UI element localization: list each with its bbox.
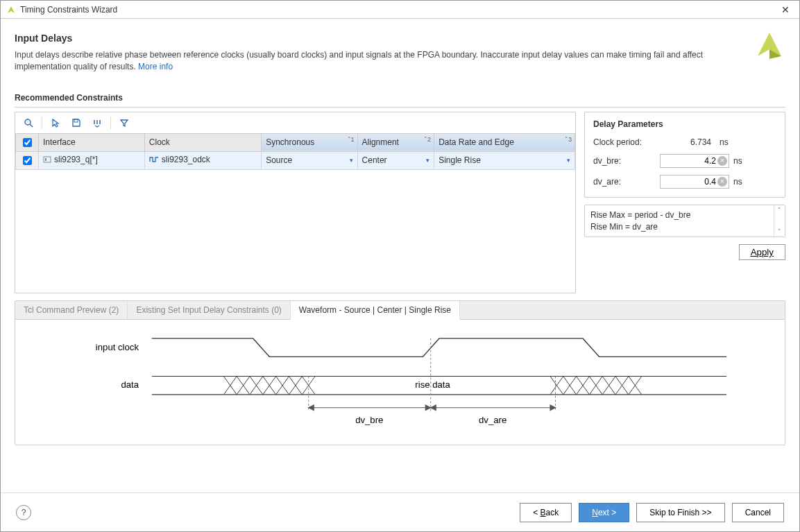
search-icon[interactable] — [19, 114, 37, 131]
unit-label: ns — [733, 177, 749, 187]
dv-are-dimension — [431, 405, 556, 411]
skip-to-finish-button[interactable]: Skip to Finish >> — [636, 503, 724, 522]
tab-tcl-preview[interactable]: Tcl Command Preview (2) — [15, 301, 128, 319]
col-synchronous[interactable]: Synchronous˄1 — [262, 133, 357, 151]
page-description-text: Input delays describe relative phase bet… — [15, 50, 703, 71]
dv-bre-text: dv_bre — [355, 415, 383, 425]
dialog-window: Timing Constraints Wizard ✕ Input Delays… — [0, 0, 800, 532]
tabstrip: Tcl Command Preview (2) Existing Set Inp… — [15, 301, 785, 320]
col-checkbox[interactable] — [16, 133, 39, 151]
table-toolbar — [15, 112, 575, 133]
dialog-body: Input Delays Input delays describe relat… — [1, 19, 799, 492]
rise-data-label: rise data — [415, 379, 450, 390]
clock-period-value: 6.734 — [660, 137, 715, 147]
clock-wave-icon — [149, 155, 159, 164]
window-title: Timing Constraints Wizard — [20, 5, 777, 15]
page-description: Input delays describe relative phase bet… — [15, 49, 754, 74]
constraints-table: Interface Clock Synchronous˄1 Alignment˄… — [15, 133, 575, 170]
svg-marker-49 — [550, 405, 556, 411]
table-row[interactable]: sli9293_q[*] sli9293_odck Source▾ Center… — [16, 151, 575, 169]
port-icon — [43, 155, 51, 164]
page-title: Input Delays — [15, 33, 754, 44]
dv-bre-dimension — [309, 405, 431, 411]
titlebar: Timing Constraints Wizard ✕ — [1, 1, 799, 19]
clock-cell: sli9293_odck — [149, 155, 210, 164]
dv-are-label: dv_are: — [593, 177, 660, 187]
back-button[interactable]: < Back — [520, 503, 572, 522]
help-icon[interactable]: ? — [16, 505, 31, 520]
formula-box: Rise Max = period - dv_bre Rise Min = dv… — [584, 205, 785, 238]
formula-rise-max: Rise Max = period - dv_bre — [590, 209, 768, 221]
unit-label: ns — [720, 137, 735, 147]
constraints-section-title: Recommended Constraints — [15, 93, 785, 103]
transition-region-left — [223, 376, 315, 394]
cursor-icon[interactable] — [46, 114, 65, 131]
columns-icon[interactable] — [88, 114, 106, 131]
app-logo-icon — [6, 5, 16, 15]
header-checkbox[interactable] — [23, 138, 32, 147]
svg-line-4 — [30, 124, 33, 127]
divider — [15, 107, 785, 108]
close-icon[interactable]: ✕ — [777, 3, 794, 17]
clear-icon[interactable]: × — [717, 156, 727, 166]
next-button[interactable]: Next > — [579, 503, 629, 522]
svg-rect-10 — [45, 158, 46, 161]
delay-parameters-title: Delay Parameters — [593, 119, 776, 129]
delay-parameters-box: Delay Parameters Clock period: 6.734 ns … — [584, 112, 785, 198]
apply-button[interactable]: Apply — [739, 244, 785, 260]
clock-waveform — [152, 338, 726, 357]
svg-point-3 — [25, 119, 31, 125]
chevron-down-icon: ▾ — [426, 157, 429, 164]
chevron-down-icon: ▾ — [567, 157, 570, 164]
col-data-rate[interactable]: Data Rate and Edge˄3 — [434, 133, 575, 151]
waveform-diagram: input clock data — [15, 320, 785, 445]
save-icon[interactable] — [67, 114, 85, 131]
input-clock-label: input clock — [96, 342, 139, 352]
dialog-footer: ? < Back Next > Skip to Finish >> Cancel — [1, 492, 799, 531]
col-clock[interactable]: Clock — [144, 133, 261, 151]
data-rate-cell[interactable]: Single Rise▾ — [434, 151, 575, 169]
tab-existing-constraints[interactable]: Existing Set Input Delay Constraints (0) — [128, 301, 290, 319]
data-label: data — [121, 379, 139, 390]
svg-marker-45 — [309, 405, 314, 411]
svg-marker-48 — [431, 405, 436, 411]
filter-icon[interactable] — [115, 114, 133, 131]
dv-bre-label: dv_bre: — [593, 156, 660, 166]
more-info-link[interactable]: More info — [138, 62, 173, 71]
dv-are-text: dv_are — [479, 415, 507, 425]
col-alignment[interactable]: Alignment˄2 — [357, 133, 434, 151]
chevron-down-icon: ▾ — [350, 157, 353, 164]
row-checkbox[interactable] — [23, 156, 32, 165]
svg-rect-9 — [44, 157, 51, 162]
synchronous-cell[interactable]: Source▾ — [262, 151, 357, 169]
svg-marker-0 — [8, 6, 15, 13]
col-interface[interactable]: Interface — [39, 133, 145, 151]
transition-region-right — [550, 376, 642, 394]
clear-icon[interactable]: × — [717, 177, 727, 187]
delay-panel: Delay Parameters Clock period: 6.734 ns … — [584, 112, 785, 293]
tab-waveform[interactable]: Waveform - Source | Center | Single Rise — [291, 301, 460, 320]
clock-period-label: Clock period: — [593, 137, 660, 147]
constraints-table-panel: Interface Clock Synchronous˄1 Alignment˄… — [15, 112, 576, 293]
unit-label: ns — [733, 156, 749, 166]
alignment-cell[interactable]: Center▾ — [357, 151, 434, 169]
formula-rise-min: Rise Min = dv_are — [590, 221, 768, 233]
formula-scrollbar[interactable]: ˄˅ — [774, 205, 785, 237]
interface-cell: sli9293_q[*] — [43, 155, 98, 164]
tabs-panel: Tcl Command Preview (2) Existing Set Inp… — [15, 300, 785, 445]
cancel-button[interactable]: Cancel — [732, 503, 784, 522]
brand-logo-icon — [754, 28, 785, 60]
